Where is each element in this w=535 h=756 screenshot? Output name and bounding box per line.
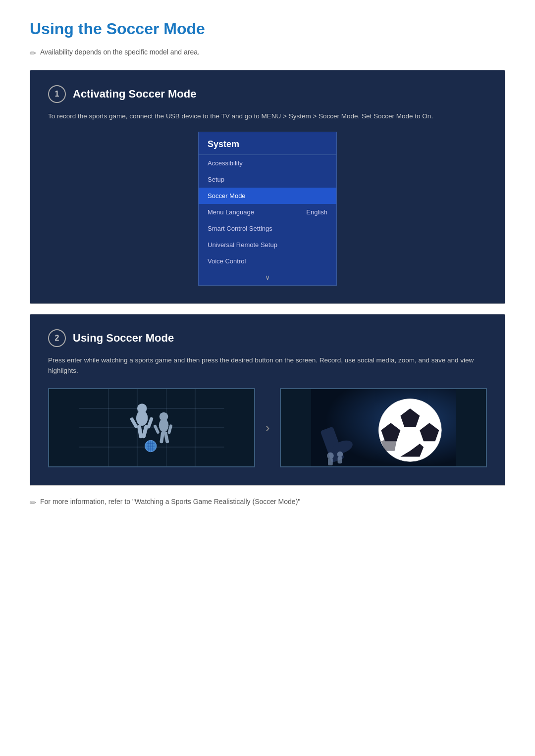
section-2-arrow: ›: [265, 420, 269, 436]
tv-menu-header: System: [199, 132, 336, 155]
svg-point-15: [160, 412, 168, 421]
section-1-title: Activating Soccer Mode: [73, 88, 196, 101]
section-2-box: 2 Using Soccer Mode Press enter while wa…: [30, 314, 505, 486]
menu-item-menu-language[interactable]: Menu Language English: [199, 204, 336, 220]
svg-point-9: [137, 403, 147, 413]
section-2-description: Press enter while watching a sports game…: [48, 355, 487, 376]
menu-language-value: English: [306, 208, 327, 216]
step-2-circle: 2: [48, 329, 66, 347]
step-1-circle: 1: [48, 85, 66, 103]
section-1-description: To record the sports game, connect the U…: [48, 111, 487, 122]
menu-language-label: Menu Language: [208, 208, 254, 216]
section-1-header: 1 Activating Soccer Mode: [48, 85, 487, 103]
tv-menu-container: System Accessibility Setup Soccer Mode M…: [48, 132, 487, 286]
top-note: ✏ Availability depends on the specific m…: [30, 48, 505, 58]
menu-item-accessibility[interactable]: Accessibility: [199, 155, 336, 171]
player-scene-svg: [49, 389, 254, 466]
page-title: Using the Soccer Mode: [30, 20, 505, 38]
soccer-image-2: [280, 388, 487, 467]
bottom-note: ✏ For more information, refer to "Watchi…: [30, 498, 505, 507]
menu-item-voice-control[interactable]: Voice Control: [199, 253, 336, 269]
ball-scene-svg: [281, 389, 486, 466]
section-2-title: Using Soccer Mode: [73, 332, 174, 345]
pencil-icon: ✏: [30, 49, 36, 58]
tv-menu: System Accessibility Setup Soccer Mode M…: [198, 132, 337, 286]
pencil-icon-bottom: ✏: [30, 498, 36, 507]
menu-item-setup[interactable]: Setup: [199, 171, 336, 188]
section-1-box: 1 Activating Soccer Mode To record the s…: [30, 70, 505, 304]
soccer-image-1: [48, 388, 255, 467]
section-2-header: 2 Using Soccer Mode: [48, 329, 487, 347]
bottom-note-text: For more information, refer to "Watching…: [40, 498, 300, 505]
svg-rect-39: [337, 456, 342, 463]
menu-item-universal-remote[interactable]: Universal Remote Setup: [199, 237, 336, 253]
menu-item-smart-control[interactable]: Smart Control Settings: [199, 220, 336, 237]
svg-rect-37: [328, 458, 333, 465]
svg-point-36: [327, 453, 334, 459]
menu-item-soccer-mode[interactable]: Soccer Mode: [199, 188, 336, 204]
images-row: ›: [48, 388, 487, 467]
svg-point-38: [337, 452, 343, 457]
top-note-text: Availability depends on the specific mod…: [40, 48, 200, 56]
chevron-down-icon: ∨: [199, 269, 336, 285]
